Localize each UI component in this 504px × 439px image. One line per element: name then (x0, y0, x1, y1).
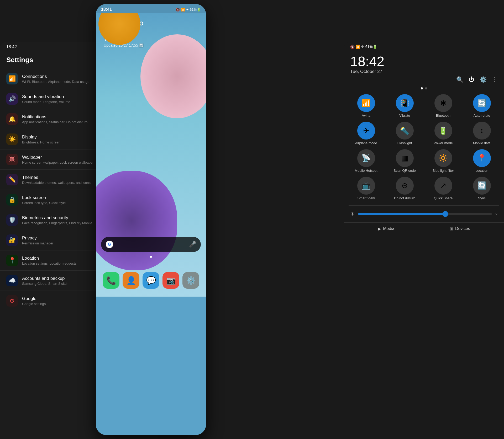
settings-item-title-location: Location (22, 256, 76, 261)
quick-tile-label-mobilehotspot: Mobile Hotspot (355, 169, 377, 173)
dock-icon-4[interactable]: ⚙️ (182, 272, 199, 289)
settings-item-title-display: Display (22, 135, 60, 140)
settings-item-subtitle-google: Google settings (22, 302, 46, 306)
settings-item-text-connections: Connections Wi-Fi, Bluetooth, Airplane m… (22, 74, 90, 84)
quick-tile-icon-flashlight: 🔦 (396, 122, 414, 140)
quick-tile-icon-wifi: 📶 (357, 94, 375, 112)
settings-item-subtitle-display: Brightness, Home screen (22, 140, 60, 144)
settings-icon-sounds: 🔊 (6, 93, 18, 105)
quick-tile-airplane[interactable]: ✈Airplane mode (349, 122, 384, 146)
quick-tile-label-location: Location (475, 169, 488, 173)
home-statusbar: 18:41 🔇 📶 ✈ 61%🔋 (96, 4, 206, 13)
settings-item-title-privacy: Privacy (22, 235, 53, 241)
devices-button[interactable]: ⊞ Devices (450, 226, 470, 231)
dock-icon-2[interactable]: 💬 (143, 272, 159, 289)
quick-tile-label-airplane: Airplane mode (355, 141, 377, 146)
quick-tile-icon-donotdisturb: ⊝ (396, 177, 414, 195)
quick-tile-icon-location: 📍 (473, 149, 491, 167)
dock-icon-3[interactable]: 📷 (162, 272, 179, 289)
media-button[interactable]: ▶ Media (378, 226, 395, 231)
quick-tile-label-sync: Sync (478, 196, 486, 201)
quick-action-row: 🔍 ⏻ ⚙️ ⋮ (344, 74, 504, 85)
settings-item-subtitle-notifications: App notifications, Status bar, Do not di… (22, 120, 87, 124)
settings-item-text-lockscreen: Lock screen Screen lock type, Clock styl… (22, 195, 66, 205)
more-icon[interactable]: ⋮ (492, 76, 498, 83)
home-dot-indicator (150, 256, 152, 258)
quick-tile-label-donotdisturb: Do not disturb (394, 196, 415, 201)
settings-item-text-biometrics: Biometrics and security Face recognition… (22, 215, 92, 225)
home-search-bar[interactable]: G 🎤 (101, 237, 201, 252)
search-icon[interactable]: 🔍 (456, 76, 463, 83)
settings-item-subtitle-themes: Downloadable themes, wallpapers, and ico… (22, 181, 91, 185)
settings-icon-accounts: ☁️ (6, 275, 18, 286)
settings-item-title-google: Google (22, 296, 46, 301)
quick-tile-sync[interactable]: 🔄Sync (464, 177, 499, 201)
settings-icon-lockscreen: 🔒 (6, 194, 18, 206)
quick-tile-icon-smartview: 📺 (357, 177, 375, 195)
settings-item-subtitle-wallpaper: Home screen wallpaper, Lock screen wallp… (22, 160, 93, 164)
quick-tile-icon-vibrate: 📳 (396, 94, 414, 112)
quick-tile-powermode[interactable]: 🔋Power mode (426, 122, 461, 146)
quick-dot-1 (421, 87, 423, 89)
settings-icon[interactable]: ⚙️ (480, 76, 487, 83)
quick-tile-wifi[interactable]: 📶Avina (349, 94, 384, 118)
settings-item-subtitle-privacy: Permission manager (22, 241, 53, 245)
home-panel: 18:41 🔇 📶 ✈ 61%🔋 🌙 22° Tehran Updated 10… (96, 4, 206, 435)
settings-item-subtitle-connections: Wi-Fi, Bluetooth, Airplane mode, Data us… (22, 80, 90, 84)
quick-tile-label-scanqr: Scan QR code (393, 169, 416, 173)
settings-item-text-sounds: Sounds and vibration Sound mode, Rington… (22, 94, 70, 104)
media-label: Media (383, 226, 395, 231)
quick-tile-smartview[interactable]: 📺Smart View (349, 177, 384, 201)
devices-label: Devices (455, 226, 470, 231)
home-status-icons: 🔇 📶 ✈ 61%🔋 (176, 8, 201, 12)
brightness-expand-icon[interactable]: ∨ (495, 212, 498, 216)
settings-item-text-privacy: Privacy Permission manager (22, 235, 53, 245)
quick-tile-label-bluetooth: Bluetooth (436, 114, 450, 118)
brightness-track[interactable] (358, 213, 492, 215)
quick-tile-icon-scanqr: ▦ (396, 149, 414, 167)
quick-tile-label-wifi: Avina (362, 114, 370, 118)
brightness-min-icon: ☀ (350, 211, 355, 217)
quick-tile-flashlight[interactable]: 🔦Flashlight (387, 122, 422, 146)
quick-brightness: ☀ ∨ (344, 208, 504, 220)
settings-item-title-themes: Themes (22, 175, 91, 180)
quick-grid: 📶Avina📳Vibrate✱Bluetooth🔄Auto rotate✈Air… (344, 92, 504, 203)
quick-tile-icon-bluelight: 🔆 (434, 149, 452, 167)
quick-tile-bluelight[interactable]: 🔆Blue light filter (426, 149, 461, 173)
settings-item-text-google: Google Google settings (22, 296, 46, 306)
settings-item-text-notifications: Notifications App notifications, Status … (22, 114, 87, 124)
dock-icon-0[interactable]: 📞 (103, 272, 119, 289)
power-icon[interactable]: ⏻ (469, 76, 474, 83)
mic-icon[interactable]: 🎤 (189, 241, 196, 248)
play-icon: ▶ (378, 226, 381, 231)
quick-time: 18:42 (350, 54, 498, 69)
quick-dot-2 (425, 87, 427, 89)
home-background: 🌙 22° Tehran Updated 10/27 17:55 🔄 G 🎤 📞… (96, 13, 206, 297)
quick-tile-icon-bluetooth: ✱ (434, 94, 452, 112)
quick-tile-mobiledata[interactable]: ↕Mobile data (464, 122, 499, 146)
quick-tile-icon-powermode: 🔋 (434, 122, 452, 140)
settings-icon-connections: 📶 (6, 73, 18, 84)
brightness-thumb[interactable] (442, 211, 448, 217)
quick-tile-icon-sync: 🔄 (473, 177, 491, 195)
quick-tile-location[interactable]: 📍Location (464, 149, 499, 173)
quick-tile-donotdisturb[interactable]: ⊝Do not disturb (387, 177, 422, 201)
quick-tile-label-vibrate: Vibrate (399, 114, 410, 118)
quick-statusbar: 🔇 📶 ✈ 61%🔋 (344, 42, 504, 51)
quick-tile-autorotate[interactable]: 🔄Auto rotate (464, 94, 499, 118)
quick-tile-scanqr[interactable]: ▦Scan QR code (387, 149, 422, 173)
home-dot-1 (150, 256, 152, 258)
quick-tile-quickshare[interactable]: ↗Quick Share (426, 177, 461, 201)
brightness-fill (358, 213, 445, 215)
settings-item-text-themes: Themes Downloadable themes, wallpapers, … (22, 175, 91, 185)
quick-tile-bluetooth[interactable]: ✱Bluetooth (426, 94, 461, 118)
quick-tile-label-bluelight: Blue light filter (433, 169, 454, 173)
quick-tile-vibrate[interactable]: 📳Vibrate (387, 94, 422, 118)
dock-icon-1[interactable]: 👤 (123, 272, 139, 289)
quick-bottom-row: ▶ Media ⊞ Devices (344, 222, 504, 235)
quick-tile-label-quickshare: Quick Share (434, 196, 453, 201)
settings-item-title-biometrics: Biometrics and security (22, 215, 92, 221)
quick-tile-mobilehotspot[interactable]: 📡Mobile Hotspot (349, 149, 384, 173)
quick-divider (349, 205, 499, 206)
settings-item-title-connections: Connections (22, 74, 90, 79)
